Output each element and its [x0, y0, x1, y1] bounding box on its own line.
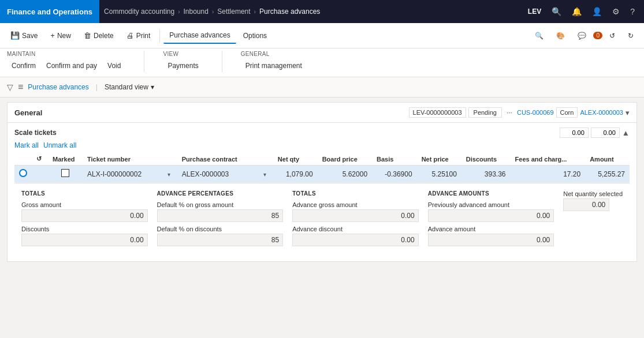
- prev-advanced-label: Previously advanced amount: [428, 201, 554, 208]
- scale-tickets-actions: Mark all Unmark all: [14, 141, 630, 149]
- advance-amount-input[interactable]: [428, 234, 554, 246]
- scale-tickets-header: Scale tickets 0.00 0.00 ▲: [14, 127, 630, 138]
- row-chevron2[interactable]: ▾: [256, 166, 273, 183]
- new-button[interactable]: + New: [44, 28, 77, 43]
- app-title: Finance and Operations: [0, 0, 99, 23]
- confirm-and-pay-button[interactable]: Confirm and pay: [42, 59, 102, 72]
- advance-amounts-group: ADVANCE AMOUNTS Previously advanced amou…: [428, 190, 554, 250]
- gross-amount-input[interactable]: [21, 209, 148, 222]
- row-checkbox-cell[interactable]: [48, 166, 83, 183]
- discounts-field: Discounts: [21, 226, 148, 246]
- ribbon-maintain-group: Maintain Confirm Confirm and pay Void: [7, 51, 125, 72]
- help-icon[interactable]: ?: [626, 3, 639, 20]
- print-icon: 🖨: [126, 31, 134, 40]
- notification-icon[interactable]: 🔔: [567, 3, 586, 20]
- ribbon-general-group: General Print management: [241, 51, 307, 72]
- save-button[interactable]: 💾 Save: [5, 28, 43, 43]
- save-icon: 💾: [10, 31, 20, 40]
- ribbon-maintain-items: Confirm Confirm and pay Void: [7, 59, 125, 72]
- ticket-expand-button[interactable]: ▾: [165, 171, 173, 178]
- row-board-price: 5.62000: [318, 166, 372, 183]
- settings-icon[interactable]: ⚙: [608, 3, 624, 20]
- options-button[interactable]: Options: [237, 28, 273, 43]
- meta-dots[interactable]: ···: [504, 108, 515, 117]
- view-selector[interactable]: Standard view ▾: [105, 83, 154, 91]
- void-button[interactable]: Void: [103, 59, 125, 72]
- advance-pct-label: ADVANCE PERCENTAGES: [157, 190, 284, 197]
- redo-icon[interactable]: ↻: [622, 28, 639, 43]
- mark-all-button[interactable]: Mark all: [14, 141, 39, 149]
- default-gross-pct-input[interactable]: [157, 209, 284, 222]
- row-radio-cell[interactable]: [14, 166, 32, 183]
- person-icon[interactable]: 👤: [587, 3, 606, 20]
- undo-icon[interactable]: ↺: [604, 28, 621, 43]
- delete-button[interactable]: 🗑 Delete: [78, 28, 120, 43]
- delete-icon: 🗑: [84, 31, 91, 40]
- row-radio[interactable]: [19, 169, 27, 177]
- row-net-price: 5.25100: [417, 166, 461, 183]
- th-marked: Marked: [48, 153, 83, 166]
- advance-gross-input[interactable]: [292, 209, 419, 222]
- breadcrumb: Commodity accounting › Inbound › Settlem…: [99, 7, 523, 16]
- th-amount: Amount: [585, 153, 630, 166]
- advance-pct-group: ADVANCE PERCENTAGES Default % on gross a…: [157, 190, 284, 250]
- notification-badge: 0: [593, 32, 602, 39]
- row-checkbox[interactable]: [61, 169, 69, 177]
- breadcrumb-sep-3: ›: [254, 9, 256, 15]
- ribbon-maintain-label: Maintain: [7, 51, 125, 57]
- purchase-advances-link[interactable]: Purchase advances: [28, 83, 88, 91]
- meta-cus[interactable]: CUS-000069: [517, 109, 554, 116]
- advance-disc-input[interactable]: [292, 234, 419, 246]
- discounts-label: Discounts: [21, 226, 148, 232]
- unmark-all-button[interactable]: Unmark all: [43, 141, 76, 149]
- default-disc-pct-label: Default % on discounts: [157, 226, 284, 232]
- list-icon[interactable]: ≡: [18, 82, 23, 92]
- row-chevron1[interactable]: ▾: [161, 166, 177, 183]
- table-row[interactable]: ALX-I-000000002 ▾ ALEX-0000003 ▾ 1,079.0…: [14, 166, 630, 183]
- th-net-qty: Net qty: [273, 153, 318, 166]
- cmd-search-button[interactable]: 🔍: [529, 28, 549, 43]
- default-disc-pct-field: Default % on discounts: [157, 226, 284, 246]
- row-fees: 17.20: [511, 166, 586, 183]
- main-content: General LEV-0000000003 Pending ··· CUS-0…: [0, 97, 644, 271]
- general-section-title: General: [14, 108, 42, 117]
- print-management-button[interactable]: Print management: [241, 59, 307, 72]
- section-expand-button[interactable]: ▾: [626, 108, 630, 117]
- search-icon[interactable]: 🔍: [547, 3, 566, 20]
- net-qty-group: Net quantity selected: [563, 190, 623, 250]
- net-qty-input[interactable]: [563, 198, 609, 211]
- meta-alex[interactable]: ALEX-0000003: [580, 109, 623, 116]
- scale-expand-button[interactable]: ▲: [622, 129, 630, 137]
- advance-amounts-label: ADVANCE AMOUNTS: [428, 190, 554, 197]
- payments-button[interactable]: Payments: [163, 59, 203, 72]
- print-button[interactable]: 🖨 Print: [121, 28, 157, 43]
- scale-tickets-section: Scale tickets 0.00 0.00 ▲ Mark all Unmar…: [8, 123, 636, 261]
- general-section-header: General LEV-0000000003 Pending ··· CUS-0…: [8, 103, 636, 123]
- totals-section: TOTALS Gross amount Discounts ADVANCE PE…: [14, 183, 630, 257]
- color-icon[interactable]: 🎨: [550, 28, 571, 43]
- row-amount: 5,255.27: [585, 166, 630, 183]
- command-bar: 💾 Save + New 🗑 Delete 🖨 Print Purchase a…: [0, 23, 644, 48]
- totals-label: TOTALS: [21, 190, 148, 197]
- discounts-input[interactable]: [21, 234, 148, 246]
- th-fees: Fees and charg...: [511, 153, 586, 166]
- meta-status: Pending: [468, 107, 502, 118]
- prev-advanced-input[interactable]: [428, 209, 554, 222]
- contract-expand-button[interactable]: ▾: [261, 171, 269, 178]
- confirm-button[interactable]: Confirm: [7, 59, 40, 72]
- th-net-price: Net price: [417, 153, 461, 166]
- filter-icon[interactable]: ▽: [7, 82, 13, 92]
- ribbon-view-items: Payments: [163, 59, 203, 72]
- default-disc-pct-input[interactable]: [157, 234, 284, 246]
- row-ticket-number: ALX-I-000000002: [83, 166, 161, 183]
- filter-separator: |: [96, 83, 98, 91]
- advance-gross-field: Advance gross amount: [292, 201, 419, 222]
- scale-tickets-table: ↺ Marked Ticket number Purchase contract…: [14, 153, 630, 183]
- th-basis: Basis: [372, 153, 417, 166]
- th-ticket-number: Ticket number: [83, 153, 161, 166]
- th-chevron2: [256, 153, 273, 166]
- comment-icon[interactable]: 💬: [572, 28, 592, 43]
- purchase-advances-tab[interactable]: Purchase advances: [163, 28, 236, 44]
- filter-bar: ▽ ≡ Purchase advances | Standard view ▾: [0, 77, 644, 97]
- row-net-qty: 1,079.00: [273, 166, 318, 183]
